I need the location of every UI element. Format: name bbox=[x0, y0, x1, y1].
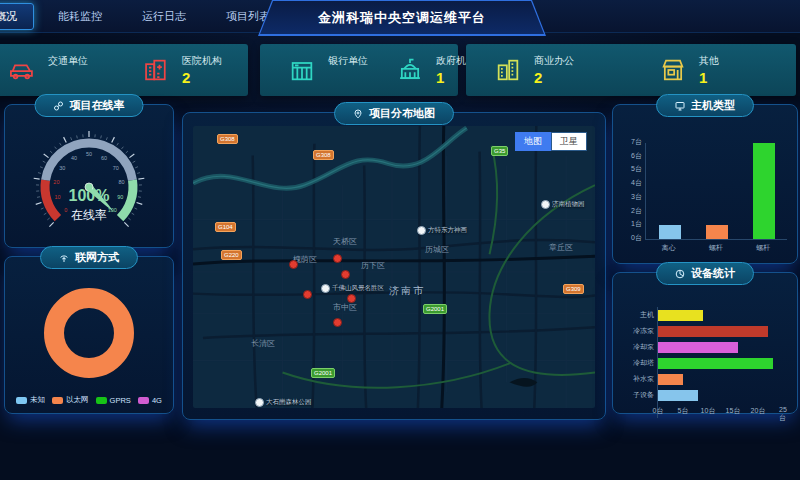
donut-legend: 未知以太网GPRS4G bbox=[5, 395, 173, 405]
road-badge: G220 bbox=[221, 250, 242, 260]
stat-card-3: 商业办公 2 其他 1 bbox=[466, 44, 796, 96]
legend-swatch bbox=[96, 397, 107, 404]
pie-chart-icon bbox=[675, 269, 685, 279]
district-label: 市中区 bbox=[333, 302, 357, 313]
tab-label: 能耗监控 bbox=[58, 10, 102, 22]
donut-segment bbox=[54, 298, 124, 368]
legend-label: 未知 bbox=[30, 395, 45, 405]
x-tick-label: 离心 bbox=[662, 243, 676, 253]
stat-bank: 银行单位 bbox=[260, 54, 368, 86]
tab-run-log[interactable]: 运行日志 bbox=[126, 4, 202, 29]
device-stats-chart: 主机冷冻泵冷却泵冷却塔补水泵子设备 0台5台10台15台20台25台 bbox=[657, 307, 783, 418]
panel-title: 主机类型 bbox=[691, 98, 735, 113]
stat-hospital: 医院机构 2 bbox=[114, 54, 248, 86]
district-label: 历城区 bbox=[425, 244, 449, 255]
y-tick-label: 2台 bbox=[631, 206, 642, 216]
panel-title: 联网方式 bbox=[75, 250, 119, 265]
bar-row: 主机 bbox=[658, 307, 783, 323]
x-tick-label: 15台 bbox=[726, 406, 741, 416]
gauge-tick-label: 50 bbox=[86, 151, 92, 157]
legend-label: GPRS bbox=[110, 396, 131, 405]
government-icon bbox=[396, 56, 424, 84]
poi-marker: 方特东方神画 bbox=[417, 226, 467, 235]
project-marker[interactable] bbox=[333, 318, 342, 327]
gauge-tick-label: 70 bbox=[113, 165, 119, 171]
legend-swatch bbox=[52, 397, 63, 404]
category-label: 子设备 bbox=[614, 390, 654, 400]
y-tick-label: 4台 bbox=[631, 178, 642, 188]
bar-column bbox=[659, 143, 681, 239]
x-tick-label: 0台 bbox=[653, 406, 664, 416]
category-label: 补水泵 bbox=[614, 374, 654, 384]
online-rate-panel-header: 项目在线率 bbox=[35, 94, 144, 117]
y-tick-label: 0台 bbox=[631, 233, 642, 243]
bar-row: 冷冻泵 bbox=[658, 323, 783, 339]
stat-label: 其他 bbox=[699, 54, 719, 68]
project-marker[interactable] bbox=[341, 270, 350, 279]
road-badge: G308 bbox=[217, 134, 238, 144]
x-axis: 0台5台10台15台20台25台 bbox=[658, 406, 783, 418]
project-marker[interactable] bbox=[289, 260, 298, 269]
legend-item[interactable]: 以太网 bbox=[52, 395, 89, 405]
bar bbox=[658, 358, 773, 369]
y-tick-label: 6台 bbox=[631, 151, 642, 161]
legend-item[interactable]: GPRS bbox=[96, 395, 131, 405]
gauge-label: 在线率 bbox=[5, 207, 173, 224]
bar bbox=[659, 225, 681, 239]
project-marker[interactable] bbox=[303, 290, 312, 299]
category-label: 冷却塔 bbox=[614, 358, 654, 368]
stat-transport: 交通单位 bbox=[0, 54, 114, 86]
tab-overview[interactable]: 概况 bbox=[0, 3, 34, 30]
poi-label: 方特东方神画 bbox=[428, 226, 467, 235]
tab-label: 运行日志 bbox=[142, 10, 186, 22]
stat-card-1: 交通单位 医院机构 2 bbox=[0, 44, 248, 96]
x-tick-label: 25台 bbox=[779, 406, 787, 423]
district-label: 历下区 bbox=[361, 260, 385, 271]
gauge-tick-label: 30 bbox=[59, 165, 65, 171]
stat-other: 其他 1 bbox=[631, 54, 796, 86]
tab-label: 项目列表 bbox=[226, 10, 270, 22]
road-badge: G309 bbox=[563, 284, 584, 294]
gauge-tick-label: 20 bbox=[53, 179, 59, 185]
x-tick-label: 20台 bbox=[751, 406, 766, 416]
category-label: 冷冻泵 bbox=[614, 326, 654, 336]
map-canvas[interactable]: 地图 卫星 G308G308G35G309G104G220G2001G2001天… bbox=[193, 126, 595, 408]
bar bbox=[658, 374, 683, 385]
stat-value: 1 bbox=[699, 70, 707, 86]
host-type-chart: 0台1台2台3台4台5台6台7台 bbox=[645, 143, 787, 240]
satellite-layer-button[interactable]: 卫星 bbox=[551, 132, 587, 151]
device-stats-panel: 设备统计 主机冷冻泵冷却泵冷却塔补水泵子设备 0台5台10台15台20台25台 bbox=[612, 272, 798, 414]
category-label: 冷却泵 bbox=[614, 342, 654, 352]
map-layer-button[interactable]: 地图 bbox=[515, 132, 551, 151]
district-label: 天桥区 bbox=[333, 236, 357, 247]
map-layer-controls: 地图 卫星 bbox=[515, 132, 587, 151]
stat-label: 交通单位 bbox=[48, 54, 88, 68]
road-badge: G308 bbox=[313, 150, 334, 160]
link-icon bbox=[54, 101, 64, 111]
stat-label: 医院机构 bbox=[182, 54, 222, 68]
tab-energy-monitor[interactable]: 能耗监控 bbox=[42, 4, 118, 29]
office-icon bbox=[494, 56, 522, 84]
bar bbox=[753, 143, 775, 239]
project-marker[interactable] bbox=[347, 294, 356, 303]
poi-dot bbox=[541, 200, 550, 209]
stat-label: 银行单位 bbox=[328, 54, 368, 68]
legend-item[interactable]: 未知 bbox=[16, 395, 45, 405]
bank-icon bbox=[288, 56, 316, 84]
poi-label: 千佛山风景名胜区 bbox=[332, 284, 384, 293]
bars bbox=[646, 143, 787, 239]
gauge-tick-label: 60 bbox=[101, 155, 107, 161]
hospital-icon bbox=[142, 56, 170, 84]
poi-dot bbox=[321, 284, 330, 293]
stat-value: 1 bbox=[436, 70, 444, 86]
network-type-donut bbox=[5, 279, 173, 387]
panel-title: 设备统计 bbox=[691, 266, 735, 281]
app-title-banner: 金洲科瑞中央空调运维平台 bbox=[258, 0, 546, 36]
monitor-icon bbox=[675, 101, 685, 111]
panel-title: 项目在线率 bbox=[70, 98, 125, 113]
host-type-panel: 主机类型 0台1台2台3台4台5台6台7台 离心螺杆螺杆 bbox=[612, 104, 798, 264]
bars: 主机冷冻泵冷却泵冷却塔补水泵子设备 bbox=[658, 307, 783, 403]
project-marker[interactable] bbox=[333, 254, 342, 263]
poi-marker: 千佛山风景名胜区 bbox=[321, 284, 384, 293]
legend-item[interactable]: 4G bbox=[138, 395, 162, 405]
